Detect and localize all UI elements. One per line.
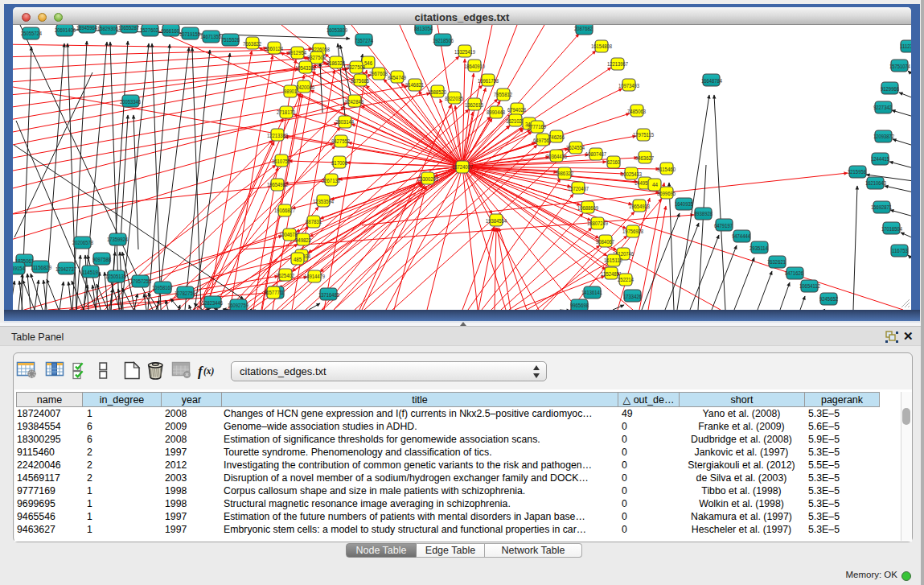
svg-text:485: 485: [294, 256, 302, 263]
svg-text:746266: 746266: [548, 134, 565, 141]
svg-text:8912954: 8912954: [288, 49, 306, 56]
svg-text:546: 546: [364, 60, 372, 67]
svg-text:1640935: 1640935: [675, 200, 693, 208]
svg-text:16961758: 16961758: [478, 77, 499, 84]
svg-text:16092759: 16092759: [228, 302, 248, 309]
svg-text:7955812: 7955812: [494, 91, 512, 98]
svg-text:9245652: 9245652: [819, 295, 838, 303]
svg-text:10688609: 10688609: [577, 204, 598, 212]
svg-text:116753: 116753: [892, 247, 908, 254]
svg-text:10655287: 10655287: [118, 25, 139, 31]
svg-text:25300203: 25300203: [417, 175, 438, 183]
svg-text:20053346: 20053346: [120, 98, 141, 105]
svg-text:7632621: 7632621: [767, 258, 786, 266]
svg-text:1733426: 1733426: [623, 293, 642, 300]
svg-text:9965698: 9965698: [570, 302, 589, 309]
svg-text:1588520: 1588520: [428, 89, 446, 96]
svg-text:8186328: 8186328: [326, 60, 345, 67]
svg-text:1615112: 1615112: [604, 257, 622, 264]
svg-text:3624554: 3624554: [566, 144, 585, 151]
svg-text:12093872: 12093872: [873, 133, 894, 140]
svg-text:18724007: 18724007: [452, 163, 473, 171]
svg-text:9129966: 9129966: [881, 85, 899, 93]
svg-text:11156829: 11156829: [31, 264, 51, 271]
svg-text:12353594: 12353594: [313, 198, 334, 205]
svg-text:6479197: 6479197: [714, 222, 733, 229]
svg-text:12823446: 12823446: [202, 299, 223, 307]
svg-text:9084067: 9084067: [596, 238, 614, 245]
svg-text:12213383: 12213383: [267, 132, 288, 139]
svg-text:62160: 62160: [607, 159, 620, 166]
svg-text:13716485: 13716485: [318, 291, 339, 299]
svg-text:9115460: 9115460: [657, 166, 676, 173]
svg-text:9327508: 9327508: [347, 64, 365, 71]
svg-text:14671355: 14671355: [200, 33, 221, 40]
svg-text:10654112: 10654112: [799, 282, 820, 290]
svg-text:2718170: 2718170: [277, 109, 295, 116]
svg-text:10807487: 10807487: [585, 150, 606, 158]
svg-text:20364436: 20364436: [546, 153, 567, 160]
svg-text:949822: 949822: [295, 237, 311, 244]
svg-text:17957253: 17957253: [130, 278, 151, 285]
svg-text:15829306: 15829306: [97, 25, 118, 32]
svg-text:2935114: 2935114: [749, 245, 769, 252]
svg-text:16210643: 16210643: [865, 179, 886, 187]
svg-text:12505135: 12505135: [105, 273, 126, 280]
svg-text:19654923: 19654923: [629, 203, 650, 210]
svg-text:1362615: 1362615: [465, 101, 483, 109]
svg-text:7663822: 7663822: [243, 40, 261, 47]
svg-text:10958167: 10958167: [152, 284, 173, 291]
svg-text:9327509: 9327509: [307, 54, 326, 61]
svg-text:6794028: 6794028: [507, 106, 526, 113]
svg-text:9463627: 9463627: [635, 154, 654, 162]
svg-text:15692871: 15692871: [871, 204, 892, 211]
svg-text:10719155: 10719155: [179, 31, 200, 38]
svg-text:8471626: 8471626: [785, 270, 803, 277]
svg-text:887831: 887831: [306, 218, 322, 225]
svg-text:252214: 252214: [618, 276, 634, 283]
svg-text:14914479: 14914479: [304, 273, 325, 280]
svg-text:114519: 114519: [82, 269, 98, 276]
svg-text:817006: 817006: [331, 159, 347, 167]
svg-text:9097588: 9097588: [92, 256, 111, 263]
svg-text:3215958: 3215958: [848, 168, 866, 175]
svg-text:19384554: 19384554: [486, 217, 507, 225]
svg-text:7515526: 7515526: [221, 36, 240, 43]
svg-text:17975115: 17975115: [633, 131, 654, 138]
svg-text:3267130: 3267130: [322, 177, 340, 184]
svg-text:44: 44: [652, 181, 659, 188]
svg-text:18945964: 18945964: [76, 25, 97, 31]
svg-text:2803144: 2803144: [335, 118, 354, 126]
svg-text:9146821: 9146821: [405, 81, 424, 89]
svg-text:16053809: 16053809: [326, 27, 347, 34]
svg-text:17016504: 17016504: [881, 225, 902, 233]
svg-text:10973493: 10973493: [618, 82, 639, 89]
svg-text:18807249: 18807249: [587, 220, 608, 227]
svg-text:7485063: 7485063: [627, 108, 646, 115]
svg-text:15751074: 15751074: [889, 63, 910, 70]
svg-text:13325419: 13325419: [454, 48, 475, 56]
svg-text:98901: 98901: [284, 88, 297, 95]
svg-text:9227342: 9227342: [873, 104, 892, 111]
svg-text:2967608: 2967608: [369, 70, 388, 77]
svg-text:(x): (x): [203, 366, 215, 377]
svg-text:8454749: 8454749: [388, 74, 406, 81]
svg-text:19654982: 19654982: [267, 181, 288, 188]
svg-text:18640910: 18640910: [464, 63, 485, 70]
svg-text:8699695: 8699695: [657, 190, 676, 197]
svg-text:10543382: 10543382: [295, 64, 316, 72]
svg-text:12942737: 12942737: [55, 266, 76, 273]
svg-text:10782759: 10782759: [175, 290, 195, 297]
svg-text:9657771: 9657771: [264, 289, 282, 296]
svg-text:1621022: 1621022: [506, 117, 524, 125]
svg-text:10025433: 10025433: [621, 171, 642, 178]
svg-text:7625402: 7625402: [276, 272, 294, 279]
svg-text:16154808: 16154808: [591, 43, 612, 50]
svg-text:1527602: 1527602: [140, 27, 158, 34]
svg-text:16648784: 16648784: [701, 77, 722, 84]
svg-text:15720407: 15720407: [568, 185, 589, 192]
svg-text:19756928: 19756928: [622, 228, 643, 235]
svg-text:12213967: 12213967: [607, 60, 628, 68]
svg-text:7986322: 7986322: [555, 170, 573, 177]
svg-text:2087682: 2087682: [574, 25, 593, 32]
